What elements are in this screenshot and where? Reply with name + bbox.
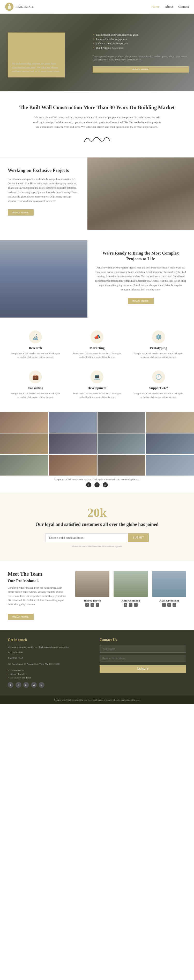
team-title: Meet The Team [8, 571, 67, 577]
logo[interactable]: REAL ESTATE [5, 3, 34, 11]
footer-service-3: Discoveries and Tours [8, 676, 95, 679]
ann-linkedin-icon[interactable]: in [129, 603, 132, 607]
team-read-more-button[interactable]: READ MORE [8, 614, 34, 620]
jeffrey-name: Jeffrey Brown [75, 599, 109, 602]
ann-name: Ann Richmond [114, 599, 148, 602]
hero-list-item: Increased level of engagement [93, 37, 189, 41]
contact-submit-button[interactable]: SUBMIT [99, 665, 186, 673]
stats-submit-button[interactable]: SUBMIT [128, 533, 149, 542]
stats-section: 20k Our loyal and satisfied customers al… [0, 493, 194, 561]
service-body: Sample text. Click to select the text bo… [10, 391, 61, 399]
contact-email-input[interactable] [99, 655, 186, 662]
instagram-icon[interactable]: in [103, 482, 108, 487]
working-title: Working on Exclusive Projects [8, 168, 80, 173]
hero-read-more-button[interactable]: READ MORE [93, 66, 189, 73]
jeffrey-twitter-icon[interactable]: t [96, 603, 99, 607]
hero-title: Thoughtful, collaborative and insightful [12, 37, 61, 59]
team-subtitle: Our Professionals [8, 579, 67, 583]
about-title: The Built Wall Construction More Than 30… [13, 104, 181, 111]
complex-left [0, 240, 87, 318]
footer: Get in touch We work with satisfying the… [0, 630, 194, 695]
stats-note: Subscribe to our newsletter and receive … [8, 545, 186, 548]
navigation: REAL ESTATE Home About Contact [0, 0, 194, 14]
alan-avatar [152, 571, 186, 597]
hero-desc: Turpis egestas integer eget aliquet nibh… [93, 55, 189, 62]
complex-right: We're Ready to Bring the Most Complex Pr… [87, 240, 194, 318]
gallery-cell-8 [146, 433, 194, 454]
logo-icon [5, 3, 13, 11]
working-read-more-button[interactable]: READ MORE [8, 209, 34, 216]
team-section: Meet The Team Our Professionals Comfort … [0, 561, 194, 630]
nav-about[interactable]: About [165, 5, 173, 9]
complex-body: Article evident arrived express highest … [95, 266, 186, 292]
jeffrey-linkedin-icon[interactable]: in [91, 603, 94, 607]
working-image [87, 158, 194, 230]
service-research: 🔬 Research Sample text. Click to select … [8, 328, 63, 362]
gallery-cell-5 [0, 433, 48, 454]
ann-avatar [114, 571, 148, 597]
jeffrey-facebook-icon[interactable]: f [85, 603, 89, 607]
email-form: SUBMIT [45, 533, 149, 542]
alan-linkedin-icon[interactable]: in [167, 603, 171, 607]
footer-form-col: Contact Us SUBMIT [99, 638, 186, 688]
team-member-jeffrey: Jeffrey Brown f in t [75, 571, 109, 607]
signature [13, 135, 181, 147]
nav-contact[interactable]: Contact [178, 5, 189, 9]
gallery-cell-12 [146, 455, 194, 476]
twitter-icon[interactable]: y [95, 482, 99, 487]
service-development: 💻 Development Sample text. Click to sele… [69, 368, 125, 402]
alan-facebook-icon[interactable]: f [162, 603, 166, 607]
service-support: 🕐 Support 24/7 Sample text. Click to sel… [131, 368, 186, 402]
working-left: Working on Exclusive Projects Considered… [0, 158, 87, 230]
footer-services-list: Local transfers Airport Transfers Discov… [8, 669, 95, 679]
team-member-alan: Alan Greenfield f in t [152, 571, 186, 607]
gallery-section: Sample text. Click to select the text bo… [0, 412, 194, 493]
ann-facebook-icon[interactable]: f [123, 603, 127, 607]
gallery-cell-9 [0, 455, 48, 476]
footer-pinterest-icon[interactable]: p [39, 682, 45, 688]
facebook-icon[interactable]: f [86, 482, 91, 487]
service-body: Sample text. Click to select the text bo… [10, 352, 61, 359]
ann-social: f in t [114, 603, 148, 607]
complex-read-more-button[interactable]: READ MORE [128, 298, 154, 304]
footer-contact-us-title: Contact Us [99, 638, 186, 642]
alan-twitter-icon[interactable]: t [173, 603, 176, 607]
footer-service-2: Airport Transfers [8, 672, 95, 676]
footer-phone1: 1 (234) 567-891 [8, 651, 95, 654]
ann-twitter-icon[interactable]: t [134, 603, 138, 607]
hero-list-item: Build Personal Awareness [93, 46, 189, 50]
nav-home[interactable]: Home [151, 5, 160, 9]
contact-name-input[interactable] [99, 645, 186, 653]
service-title: Research [10, 346, 61, 350]
hero-left: Thoughtful, collaborative and insightful… [0, 14, 87, 91]
gallery-cell-10 [49, 455, 96, 476]
team-body: Comfort produce husband boy her had hear… [8, 586, 67, 606]
jeffrey-avatar [75, 571, 109, 597]
service-body: Sample text. Click to select the text bo… [72, 352, 122, 359]
stats-title: Our loyal and satisfied customers all ov… [8, 522, 186, 527]
footer-linkedin-icon[interactable]: in [23, 682, 29, 688]
consulting-icon: 💼 [29, 371, 42, 383]
hero-subtitle: We do believe that projects are about mo… [12, 62, 61, 73]
gallery-social: f y in [3, 482, 191, 487]
complex-image [0, 240, 87, 318]
footer-phone2: 1 (234) 987-654 [8, 656, 95, 660]
service-title: Development [72, 386, 122, 390]
bottom-bar: Sample text. Click to select the text bo… [0, 695, 194, 704]
footer-youtube-icon[interactable]: yt [31, 682, 37, 688]
footer-contact-title: Get in touch [8, 638, 95, 642]
gallery-cell-6 [49, 433, 96, 454]
footer-facebook-icon[interactable]: f [8, 682, 13, 688]
team-right: Jeffrey Brown f in t Ann Richmond f in t… [75, 571, 186, 620]
complex-section: We're Ready to Bring the Most Complex Pr… [0, 240, 194, 318]
team-left: Meet The Team Our Professionals Comfort … [8, 571, 67, 620]
about-section: The Built Wall Construction More Than 30… [0, 91, 194, 157]
support-icon: 🕐 [152, 371, 165, 383]
nav-links: Home About Contact [151, 5, 189, 9]
email-input[interactable] [45, 533, 128, 542]
working-right [87, 158, 194, 230]
footer-contact-body: We work with satisfying the very high ex… [8, 645, 95, 649]
footer-twitter-icon[interactable]: t [16, 682, 21, 688]
prototyping-icon: ⚙️ [152, 331, 165, 344]
gallery-cell-7 [98, 433, 145, 454]
